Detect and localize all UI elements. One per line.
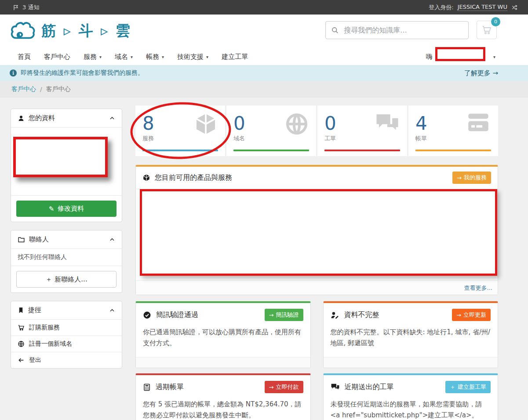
stats-row: 8 服務 0 域名 0 工單 4 (135, 106, 498, 156)
breadcrumb-current: 客戶中心 (46, 85, 71, 93)
shortcut-order-services[interactable]: 訂購新服務 (11, 319, 122, 336)
recent-tickets-body: 未發現任何近期送出的服務單，如果您需要協助，請 <a href="submitt… (324, 395, 498, 420)
profile-panel-footer: ✎ 修改資料 (11, 195, 122, 222)
stat-tickets-label: 工單 (324, 135, 400, 142)
stat-tickets[interactable]: 0 工單 (317, 106, 407, 156)
shortcut-logout[interactable]: 登出 (11, 352, 122, 368)
breadcrumb-separator: / (40, 86, 42, 93)
nav-services[interactable]: 服務▾ (84, 53, 102, 61)
nav-support[interactable]: 技術支援▾ (177, 53, 208, 61)
profile-details-redacted (11, 127, 122, 195)
chevron-up-icon[interactable] (109, 307, 115, 314)
overdue-invoices-card: 過期帳單 → 立即付款 您有 5 張已過期的帳單，總金額為 NT$2,364.7… (135, 373, 311, 420)
open-new-ticket-button[interactable]: ＋ 建立新工單 (445, 381, 491, 393)
client-area-page: 3 通知 登入身份: JESSICA TEST WU 筋 ▹ 斗 ▹ 雲 0 首… (0, 0, 528, 420)
site-header: 筋 ▹ 斗 ▹ 雲 0 (0, 15, 528, 48)
credit-card-icon (466, 112, 491, 134)
notifications-label: 3 通知 (22, 4, 39, 11)
update-now-button[interactable]: → 立即更新 (452, 309, 491, 321)
greeting-text: 嗨 (426, 53, 433, 61)
folder-icon (18, 236, 25, 243)
plus-icon: ＋ (450, 383, 455, 391)
globe-icon (284, 112, 309, 136)
alert-message: 即將發生的維護作業可能會影響我們的服務。 (21, 69, 144, 77)
products-panel-footer: 查看更多... (136, 280, 498, 295)
stat-invoices-label: 帳單 (415, 135, 491, 142)
arrow-right-icon: → (457, 175, 462, 181)
user-icon (18, 115, 25, 122)
flag-icon (12, 4, 19, 11)
incomplete-profile-title: 資料不完整 (344, 310, 379, 320)
account-menu[interactable]: 嗨 ▾ (426, 48, 495, 65)
globe-icon (18, 340, 25, 347)
sms-verified-header: 簡訊驗證通過 → 簡訊驗證 (136, 303, 310, 323)
arrow-right-icon: → (456, 312, 461, 318)
stat-services[interactable]: 8 服務 (135, 106, 225, 156)
incomplete-profile-header: 資料不完整 → 立即更新 (324, 303, 498, 323)
switch-account-icon[interactable] (511, 4, 518, 11)
cloud-logo-icon (9, 20, 36, 42)
nav-home[interactable]: 首頁 (18, 53, 31, 61)
calculator-icon (143, 383, 151, 391)
nav-open-ticket[interactable]: 建立工單 (222, 53, 248, 61)
user-edit-icon (331, 311, 339, 319)
overdue-invoices-title: 過期帳單 (156, 383, 184, 392)
chevron-down-icon: ▾ (493, 55, 495, 59)
knowledgebase-search (325, 21, 469, 39)
learn-more-link[interactable]: 了解更多 → (464, 69, 498, 77)
edit-profile-button[interactable]: ✎ 修改資料 (16, 201, 117, 217)
nav-domains[interactable]: 域名▾ (115, 53, 133, 61)
contacts-panel-title: 聯絡人 (29, 235, 49, 244)
cart-button[interactable]: 0 (477, 21, 497, 39)
sms-verify-button[interactable]: → 簡訊驗證 (265, 309, 303, 321)
recent-tickets-title: 近期送出的工單 (345, 383, 394, 392)
recent-tickets-card: 近期送出的工單 ＋ 建立新工單 未發現任何近期送出的服務單，如果您需要協助，請 … (323, 373, 499, 420)
search-icon (331, 26, 339, 34)
profile-panel-title: 您的資料 (29, 114, 55, 122)
maintenance-alert: i 即將發生的維護作業可能會影響我們的服務。 了解更多 → (0, 65, 528, 81)
incomplete-profile-card: 資料不完整 → 立即更新 您的資料不完整。以下資料缺失: 地址行1, 城市, 省… (323, 301, 499, 368)
nav-billing[interactable]: 帳務▾ (146, 53, 164, 61)
breadcrumb-root-link[interactable]: 客戶中心 (11, 85, 36, 93)
bookmark-icon (18, 307, 24, 314)
arrow-right-icon: → (269, 384, 274, 391)
main-nav: 首頁 客戶中心 服務▾ 域名▾ 帳務▾ 技術支援▾ 建立工單 嗨 ▾ (0, 48, 528, 65)
box-icon (142, 174, 150, 182)
shortcut-register-domain[interactable]: 註冊一個新域名 (11, 336, 122, 352)
redacted-username-area (436, 57, 490, 57)
stat-domains[interactable]: 0 域名 (226, 106, 316, 156)
logo-text: 筋 ▹ 斗 ▹ 雲 (41, 21, 131, 41)
notifications-link[interactable]: 3 通知 (12, 4, 39, 11)
my-services-button[interactable]: → 我的服務 (452, 172, 491, 184)
arrow-left-icon (18, 357, 25, 364)
nav-client-area[interactable]: 客戶中心 (44, 53, 70, 61)
incomplete-profile-body: 您的資料不完整。以下資料缺失: 地址行1, 城市, 省/州/地區, 郵遞區號 (324, 323, 498, 357)
shortcuts-panel-title: 捷徑 (28, 306, 41, 314)
stat-invoices-bar (415, 150, 491, 151)
contacts-panel-header: 聯絡人 (11, 230, 122, 248)
login-as: 登入身份: JESSICA TEST WU (429, 4, 518, 11)
products-panel-title: 您目前可用的產品與服務 (155, 173, 232, 183)
comments-icon (331, 383, 340, 391)
pay-now-button[interactable]: → 立即付款 (265, 381, 303, 393)
products-panel: 您目前可用的產品與服務 → 我的服務 查看更多... (135, 165, 498, 295)
card-footer (136, 357, 310, 368)
login-user-link[interactable]: JESSICA TEST WU (458, 4, 507, 11)
site-logo[interactable]: 筋 ▹ 斗 ▹ 雲 (9, 20, 131, 42)
chevron-up-icon[interactable] (109, 115, 115, 121)
profile-panel: 您的資料 ✎ 修改資料 (11, 109, 122, 222)
chevron-up-icon[interactable] (109, 237, 115, 243)
info-cards-grid: 簡訊驗證通過 → 簡訊驗證 你已通過簡訊驗證，可以放心購買所有產品，使用所有支付… (135, 301, 498, 420)
view-more-link[interactable]: 查看更多... (464, 285, 492, 291)
cart-icon (481, 25, 492, 35)
chevron-down-icon: ▾ (99, 55, 102, 59)
badge-check-icon (143, 311, 151, 319)
cart-icon (18, 324, 25, 331)
main-column: 8 服務 0 域名 0 工單 4 (135, 106, 498, 420)
info-icon: i (10, 69, 17, 77)
stat-invoices[interactable]: 4 帳單 (408, 106, 498, 156)
products-panel-header: 您目前可用的產品與服務 → 我的服務 (136, 167, 498, 189)
search-input[interactable] (344, 26, 462, 34)
contacts-panel-footer: ＋ 新聯絡人... (11, 266, 122, 292)
new-contact-button[interactable]: ＋ 新聯絡人... (16, 271, 117, 288)
